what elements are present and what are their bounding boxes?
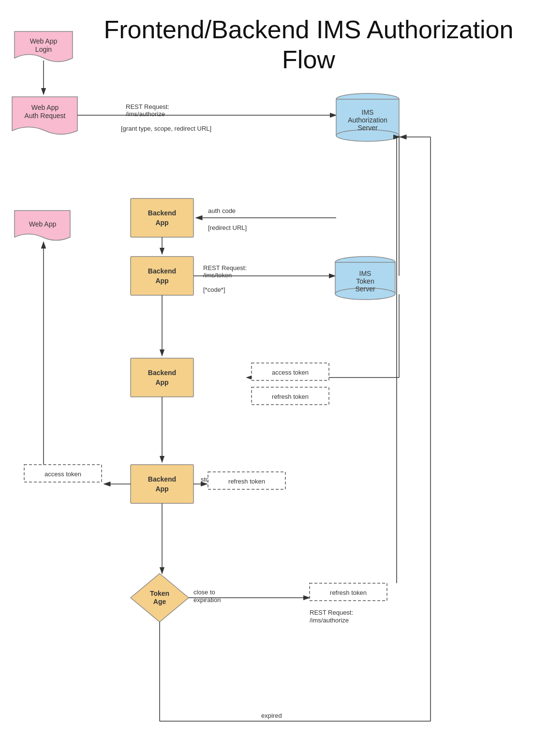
ims-token-server-node: IMS Token Server xyxy=(335,257,395,300)
svg-text:Auth Request: Auth Request xyxy=(25,112,66,120)
ims-auth-server-node: IMS Authorization Server xyxy=(336,93,399,141)
auth-code-label: auth code xyxy=(208,207,236,214)
svg-text:App: App xyxy=(155,378,168,386)
svg-text:Token: Token xyxy=(150,590,169,597)
backend-app-3-node: Backend App xyxy=(131,358,193,397)
svg-rect-16 xyxy=(131,257,193,295)
svg-text:Login: Login xyxy=(35,45,52,53)
svg-text:Web App: Web App xyxy=(29,220,57,228)
web-app-login-node: Web App Login xyxy=(15,31,73,62)
svg-text:App: App xyxy=(155,219,168,227)
rest-request-3-label: REST Request: xyxy=(310,609,353,616)
svg-text:Backend: Backend xyxy=(148,209,176,217)
svg-rect-22 xyxy=(336,263,395,265)
expired-label: expired xyxy=(261,712,282,719)
flow-diagram: Web App Login Web App Auth Request REST … xyxy=(0,0,535,756)
svg-text:App: App xyxy=(155,277,168,285)
backend-app-4-node: Backend App xyxy=(131,465,193,503)
svg-text:Age: Age xyxy=(153,598,166,605)
rest-request-2-label: REST Request: xyxy=(203,264,247,272)
access-token-label-2: access token xyxy=(45,470,81,478)
token-age-node: Token Age xyxy=(131,574,189,622)
code-label: [*code*] xyxy=(203,286,225,293)
svg-text:IMS: IMS xyxy=(359,270,372,277)
expiration-label: expiration xyxy=(193,596,221,604)
svg-text:IMS: IMS xyxy=(362,108,374,116)
rest-request-1-label: REST Request: xyxy=(126,103,169,110)
svg-text:Backend: Backend xyxy=(148,369,176,377)
svg-text:Server: Server xyxy=(357,124,378,132)
svg-text:Backend: Backend xyxy=(148,267,176,275)
svg-text:Token: Token xyxy=(356,277,374,285)
svg-rect-26 xyxy=(131,358,193,397)
svg-text:Backend: Backend xyxy=(148,475,176,483)
redirect-url-label: [redirect URL] xyxy=(208,224,247,231)
backend-app-1-node: Backend App xyxy=(131,198,193,237)
svg-text:Web App: Web App xyxy=(30,37,58,45)
refresh-token-label-3: refresh token xyxy=(330,589,367,596)
svg-text:Authorization: Authorization xyxy=(348,116,387,124)
access-token-label-1: access token xyxy=(272,369,309,376)
refresh-token-label-2: refresh token xyxy=(228,478,265,485)
svg-rect-29 xyxy=(131,465,193,503)
close-to-expiration-label: close to xyxy=(193,589,215,596)
svg-rect-13 xyxy=(131,198,193,237)
svg-text:App: App xyxy=(155,485,168,493)
rest-request-1-path: /ims/authorize xyxy=(126,110,165,118)
refresh-token-label-1: refresh token xyxy=(272,393,309,400)
rest-request-2-path: /ims/token xyxy=(203,272,232,279)
svg-text:Server: Server xyxy=(355,285,375,293)
diagram: Frontend/Backend IMS Authorization Flow … xyxy=(0,0,535,756)
grant-type-label: [grant type, scope, redirect URL] xyxy=(121,125,211,132)
rest-request-3-path: /ims/authorize xyxy=(310,617,349,624)
svg-rect-9 xyxy=(337,100,399,102)
svg-text:Web App: Web App xyxy=(31,104,59,111)
web-app-node: Web App xyxy=(15,211,70,241)
backend-app-2-node: Backend App xyxy=(131,257,193,295)
web-app-auth-node: Web App Auth Request xyxy=(12,97,77,135)
